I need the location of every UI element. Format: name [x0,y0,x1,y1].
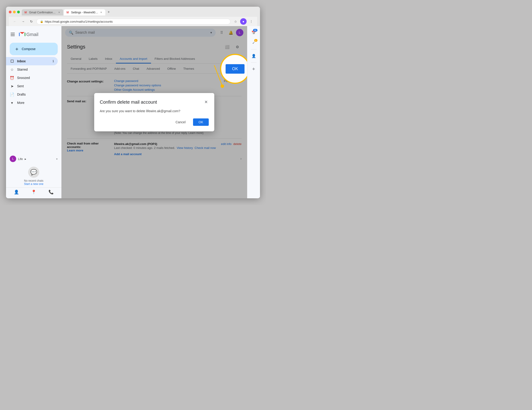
new-tab-button[interactable]: + [106,9,112,16]
inbox-icon: ☐ [10,59,14,64]
ok-highlight-label: OK [226,64,245,74]
life-label: Life [18,157,23,161]
browser-tab-2[interactable]: M Settings - lifewire907@gmail.c... ✕ [64,9,105,16]
modal-body: Are you sure you want to delete lifewire… [100,109,209,113]
gmail-header: Gmail [6,28,61,41]
close-button[interactable] [9,11,11,13]
tab-2-title: Settings - lifewire907@gmail.c... [71,11,98,14]
tab-2-favicon: M [66,11,70,14]
sidebar-item-starred[interactable]: ☆ Starred [6,65,58,74]
add-label-btn[interactable]: + [56,157,58,161]
svg-rect-1 [25,33,26,36]
ok-highlight-circle: OK [220,54,247,84]
traffic-lights [9,11,20,13]
svg-rect-0 [19,33,20,36]
tasks-icon-btn[interactable]: ✓ 1 [249,38,258,47]
sidebar-footer: 👤 📍 📞 [6,187,61,196]
modal-header: Confirm delete mail account ✕ [100,99,209,105]
modal-close-button[interactable]: ✕ [203,99,209,105]
life-avatar: L [10,156,16,162]
meet-footer-icon[interactable]: 📍 [31,189,36,195]
compose-label: Compose [22,47,36,51]
address-bar[interactable]: 🔒 https://mail.google.com/mail/u/1/#sett… [37,19,230,25]
arrow-indicator [210,63,228,91]
browser-window: M Gmail Confirmation - Send Me ✕ M Setti… [6,7,260,198]
menu-button[interactable]: ⋮ [248,18,255,25]
modal-overlay: Confirm delete mail account ✕ Are you su… [61,26,247,198]
contacts-footer-icon[interactable]: 👤 [14,189,19,195]
sidebar-item-more[interactable]: ▾ More [6,99,58,107]
gmail-logo: Gmail [19,32,38,37]
maximize-button[interactable] [17,11,20,13]
chat-section: 💬 No recent chats Start a new one [6,165,61,187]
forward-button[interactable]: → [20,18,26,25]
inbox-count: 1 [52,60,54,63]
reload-button[interactable]: ↻ [28,18,35,25]
right-sidebar: 📅 31 ✓ 1 👤 + [247,26,260,198]
drafts-icon: 📄 [10,92,14,97]
more-label: More [17,101,54,105]
inbox-label: Inbox [17,59,50,63]
minimize-button[interactable] [13,11,16,13]
snoozed-icon: ⏰ [10,76,14,80]
sidebar: Gmail ＋ Compose ☐ Inbox 1 ☆ Starred ⏰ [6,26,61,198]
compose-plus-icon: ＋ [14,46,19,52]
title-bar: M Gmail Confirmation - Send Me ✕ M Setti… [9,9,257,16]
sent-label: Sent [17,84,54,88]
nav-bar: ← → ↻ 🔒 https://mail.google.com/mail/u/1… [9,17,257,26]
bookmark-button[interactable]: ☆ [232,18,239,25]
compose-button[interactable]: ＋ Compose [10,43,58,55]
contacts-icon-btn[interactable]: 👤 [249,51,258,60]
ok-button[interactable]: OK [193,118,209,126]
sidebar-item-snoozed[interactable]: ⏰ Snoozed [6,74,58,82]
browser-chrome: M Gmail Confirmation - Send Me ✕ M Setti… [6,7,260,26]
back-button[interactable]: ← [11,18,18,25]
right-sidebar-separator [251,49,256,49]
chat-avatar: 💬 [28,167,39,178]
sent-icon: ➤ [10,84,14,88]
modal-title: Confirm delete mail account [100,100,157,105]
profile-button[interactable]: ● [240,18,247,25]
gmail-body: Gmail ＋ Compose ☐ Inbox 1 ☆ Starred ⏰ [6,26,260,198]
more-icon: ▾ [10,101,14,105]
sidebar-labels: L Life ▸ + [6,153,61,165]
sidebar-nav: ☐ Inbox 1 ☆ Starred ⏰ Snoozed ➤ Sent � [6,57,61,153]
gmail-logo-text: Gmail [26,32,38,37]
start-new-chat[interactable]: Start a new one [10,182,58,186]
url-text: https://mail.google.com/mail/u/1/#settin… [45,20,227,23]
tasks-badge: 1 [254,39,257,42]
hamburger-menu[interactable] [10,31,17,38]
lock-icon: 🔒 [40,20,43,23]
drafts-label: Drafts [17,93,54,96]
sidebar-item-inbox[interactable]: ☐ Inbox 1 [6,57,58,65]
nav-actions: ☆ ● ⋮ [232,18,255,25]
browser-tab-1[interactable]: M Gmail Confirmation - Send Me ✕ [22,9,63,16]
starred-icon: ☆ [10,67,14,72]
calendar-badge: 31 [253,29,257,32]
right-sidebar-separator-2 [251,62,256,63]
sidebar-item-drafts[interactable]: 📄 Drafts [6,90,58,99]
no-recent-chats: No recent chats [10,179,58,182]
sidebar-item-sent[interactable]: ➤ Sent [6,82,58,90]
main-content: 🔍 ▾ ⠿ 🔔 L Settings ⬜ ⚙ [61,26,247,198]
add-app-button[interactable]: + [249,65,258,74]
snoozed-label: Snoozed [17,76,54,80]
modal-footer: Cancel OK [100,118,209,126]
tab-2-close[interactable]: ✕ [100,11,103,14]
tab-1-close[interactable]: ✕ [58,11,60,14]
life-chevron: ▸ [25,157,26,161]
phone-footer-icon[interactable]: 📞 [48,189,54,195]
starred-label: Starred [17,68,54,71]
calendar-icon-btn[interactable]: 📅 31 [249,28,258,37]
tabs-bar: M Gmail Confirmation - Send Me ✕ M Setti… [22,9,112,16]
confirm-delete-modal: Confirm delete mail account ✕ Are you su… [94,93,214,131]
gmail-m-icon [19,32,25,37]
cancel-button[interactable]: Cancel [171,118,190,126]
life-group[interactable]: L Life ▸ + [10,155,58,163]
svg-line-3 [214,65,222,86]
tab-1-favicon: M [24,11,28,14]
tab-1-title: Gmail Confirmation - Send Me [29,11,56,14]
